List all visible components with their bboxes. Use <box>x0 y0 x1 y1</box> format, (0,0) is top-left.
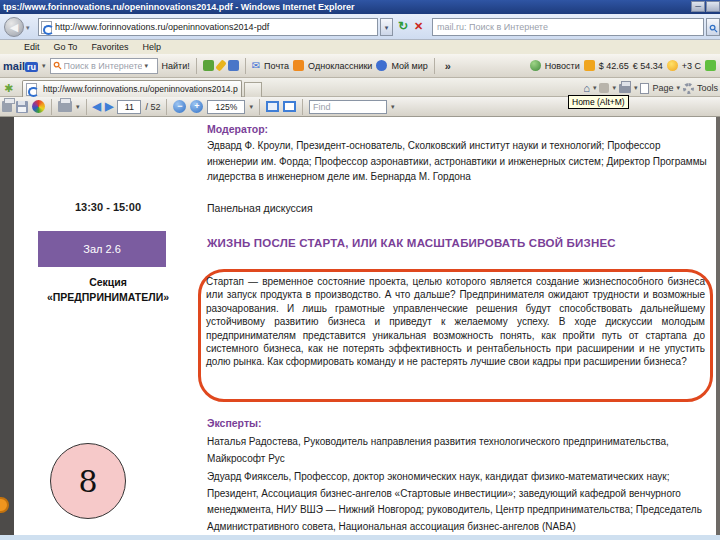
pdf-print-icon[interactable] <box>2 101 12 112</box>
pdf-email-print-icon[interactable] <box>58 101 72 112</box>
favorites-star-icon[interactable]: ✱ <box>4 82 13 95</box>
session-title: ЖИЗНЬ ПОСЛЕ СТАРТА, ИЛИ КАК МАСШТАБИРОВА… <box>207 237 717 249</box>
pdf-viewport: Модератор: Эдвард Ф. Кроули, Президент-о… <box>0 117 720 540</box>
title-bar: tps://www.forinnovations.ru/openinnovati… <box>0 0 720 14</box>
home-dropdown-icon[interactable]: ▾ <box>593 84 597 92</box>
menu-help[interactable]: Help <box>142 42 161 52</box>
mailru-logo-dropdown-icon[interactable]: ▾ <box>42 62 46 70</box>
weather-sun-icon <box>667 60 678 71</box>
tools-gear-icon <box>683 83 694 94</box>
page-number-input[interactable]: 11 <box>117 100 141 114</box>
zoom-out-icon[interactable]: − <box>173 100 186 113</box>
menu-goto[interactable]: Go To <box>54 42 78 52</box>
translate-icon[interactable] <box>203 60 214 71</box>
zoom-in-icon[interactable]: + <box>190 100 203 113</box>
refresh-icon[interactable]: ↻ <box>398 19 408 33</box>
pdf-page: Модератор: Эдвард Ф. Кроули, Президент-о… <box>14 117 716 535</box>
tab-favicon-icon <box>26 83 37 96</box>
mailru-search-input[interactable]: Поиск в Интернете ▾ <box>50 58 158 74</box>
fit-page-icon[interactable] <box>283 101 296 112</box>
tab-title: http://www.forinnovations.ru/openinnovat… <box>43 84 238 94</box>
page-menu-icon <box>640 83 649 94</box>
experts-label: Эксперты: <box>207 417 262 429</box>
find-input[interactable]: Find <box>309 100 387 114</box>
fit-width-icon[interactable] <box>266 101 279 112</box>
weather-temp[interactable]: +3 C <box>682 61 701 71</box>
page-total-label: / 52 <box>145 102 160 112</box>
session-type: Панельная дискуссия <box>207 201 313 217</box>
moderator-label: Модератор: <box>207 123 268 135</box>
command-bar: ⌂ ▾ ▾ ▾ Page ▾ Tools <box>583 80 718 96</box>
ie-window: tps://www.forinnovations.ru/openinnovati… <box>0 0 720 540</box>
magnifier-icon <box>53 61 62 70</box>
mailru-logo[interactable]: mailru <box>3 60 38 72</box>
menu-favorites[interactable]: Favorites <box>91 42 128 52</box>
pen-icon[interactable] <box>215 59 227 71</box>
address-dropdown-button[interactable]: ▾ <box>380 18 393 36</box>
print-button-icon[interactable] <box>619 84 631 93</box>
address-bar-row: ◀ ▾ http://www.forinnovations.ru/openinn… <box>0 14 720 40</box>
pdf-save-icon[interactable] <box>16 101 28 113</box>
minimize-button[interactable]: ─ <box>691 1 705 12</box>
mailru-search-dropdown-icon[interactable]: ▾ <box>144 62 148 70</box>
mailru-toolbar: mailru ▾ Поиск в Интернете ▾ Найти! ✉ По… <box>0 54 720 78</box>
moimir-link[interactable]: Мой мир <box>391 61 427 71</box>
session-abstract: Стартап — временное состояние проекта, ц… <box>206 275 705 369</box>
status-green-icon[interactable] <box>705 60 716 71</box>
rss-feed-icon[interactable] <box>599 83 609 93</box>
pdf-navigation-strip[interactable] <box>0 117 14 540</box>
find-dropdown-icon[interactable]: ▾ <box>391 103 395 111</box>
page-dropdown-icon[interactable]: ▾ <box>676 84 680 92</box>
orange-widget-icon[interactable] <box>584 60 595 71</box>
tools-menu-button[interactable]: Tools <box>697 83 718 93</box>
eur-rate[interactable]: € 54.34 <box>633 61 663 71</box>
usd-rate[interactable]: $ 42.65 <box>599 61 629 71</box>
home-button-icon[interactable]: ⌂ <box>583 82 590 94</box>
back-dropdown-icon[interactable]: ▾ <box>26 24 30 32</box>
bottom-edge-strip <box>0 535 720 540</box>
menu-edit[interactable]: Edit <box>24 42 40 52</box>
next-page-icon[interactable]: ▶ <box>105 100 113 113</box>
zoom-level-select[interactable]: 125% <box>207 100 245 114</box>
archive-icon[interactable] <box>228 60 239 71</box>
room-label: Зал 2.6 <box>38 231 166 267</box>
toolbar-overflow-chevron-icon[interactable]: » <box>445 60 451 72</box>
mail-icon: ✉ <box>252 60 260 71</box>
window-title: tps://www.forinnovations.ru/openinnovati… <box>0 2 355 12</box>
zoom-dropdown-icon[interactable]: ▾ <box>249 103 253 111</box>
search-icon <box>709 24 718 33</box>
new-tab-button[interactable] <box>244 82 262 97</box>
active-tab[interactable]: http://www.forinnovations.ru/openinnovat… <box>22 80 242 97</box>
address-url: http://www.forinnovations.ru/openinnovat… <box>55 22 375 32</box>
feed-dropdown-icon[interactable]: ▾ <box>612 84 616 92</box>
slide-number-badge: 8 <box>50 443 126 519</box>
menu-bar: Edit Go To Favorites Help <box>0 40 720 54</box>
search-input[interactable]: mail.ru: Поиск в Интернете <box>432 18 704 36</box>
address-input[interactable]: http://www.forinnovations.ru/openinnovat… <box>38 18 378 36</box>
odnoklassniki-link[interactable]: Одноклассники <box>308 61 372 71</box>
maximize-button[interactable] <box>706 1 720 12</box>
print-dropdown-icon[interactable]: ▾ <box>634 84 638 92</box>
mailru-find-button[interactable]: Найти! <box>162 61 190 71</box>
mailru-mail-link[interactable]: Почта <box>264 61 289 71</box>
stop-icon[interactable]: ✕ <box>414 20 423 33</box>
session-time: 13:30 - 15:00 <box>28 201 188 213</box>
news-link[interactable]: Новости <box>545 61 580 71</box>
page-menu-button[interactable]: Page <box>652 83 673 93</box>
adobe-pinwheel-icon[interactable] <box>32 100 45 113</box>
page-favicon-icon <box>41 21 52 34</box>
moimir-icon <box>376 60 387 71</box>
odnoklassniki-icon <box>293 60 304 71</box>
section-label: Секция «ПРЕДПРИНИМАТЕЛИ» <box>28 275 188 305</box>
previous-page-icon[interactable]: ◀ <box>93 100 101 113</box>
expert-entry: Наталья Радостева, Руководитель направле… <box>207 434 712 467</box>
home-tooltip: Home (Alt+M) <box>568 95 629 109</box>
search-go-button[interactable] <box>706 18 720 36</box>
pdf-print-dropdown-icon[interactable]: ▾ <box>76 103 80 111</box>
moderator-text: Эдвард Ф. Кроули, Президент-основатель, … <box>207 138 714 185</box>
back-button[interactable]: ◀ <box>4 17 24 37</box>
news-globe-icon <box>530 60 541 71</box>
expert-entry: Эдуард Фияксель, Профессор, доктор эконо… <box>207 469 712 535</box>
